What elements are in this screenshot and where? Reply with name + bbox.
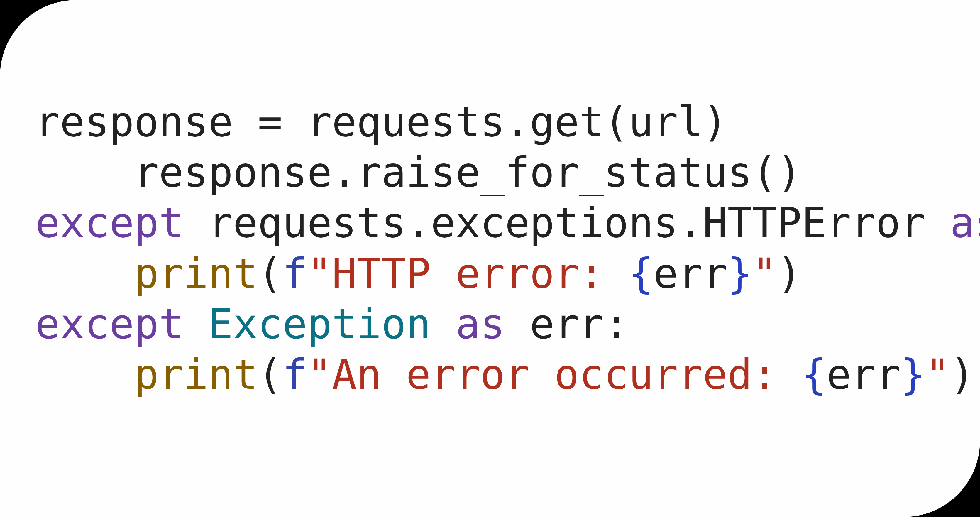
- code-token: err: [653, 250, 727, 297]
- code-token: except: [35, 300, 184, 348]
- code-token: print: [134, 250, 258, 297]
- code-token: }: [900, 351, 925, 398]
- python-code-snippet: response = requests.get(url) response.ra…: [35, 97, 980, 400]
- code-token: f: [282, 351, 307, 398]
- code-token: f: [282, 250, 307, 297]
- code-token: ": [752, 250, 777, 297]
- code-token: print: [134, 351, 258, 398]
- code-token: response = requests.get(url): [35, 98, 727, 146]
- code-token: ": [307, 250, 332, 297]
- code-token: ": [307, 351, 332, 398]
- code-token: response.raise_for_status(): [134, 148, 802, 196]
- code-token: as: [455, 300, 505, 348]
- code-token: requests.exceptions.HTTPError: [184, 199, 950, 247]
- code-token: [184, 300, 208, 348]
- code-token: err: [826, 351, 900, 398]
- code-token: Exception: [208, 300, 431, 348]
- code-token: An error occurred:: [332, 351, 801, 398]
- code-token: (: [258, 250, 282, 297]
- code-token: except: [35, 199, 184, 247]
- code-token: ): [777, 250, 802, 297]
- code-card: response = requests.get(url) response.ra…: [0, 0, 980, 517]
- code-token: as: [950, 199, 980, 247]
- code-token: {: [802, 351, 826, 398]
- code-token: }: [727, 250, 752, 297]
- code-token: (: [258, 351, 282, 398]
- code-token: ): [950, 351, 975, 398]
- code-token: [431, 300, 455, 348]
- code-token: {: [628, 250, 653, 297]
- code-token: err:: [505, 300, 628, 348]
- code-token: HTTP error:: [332, 250, 628, 297]
- code-token: ": [925, 351, 950, 398]
